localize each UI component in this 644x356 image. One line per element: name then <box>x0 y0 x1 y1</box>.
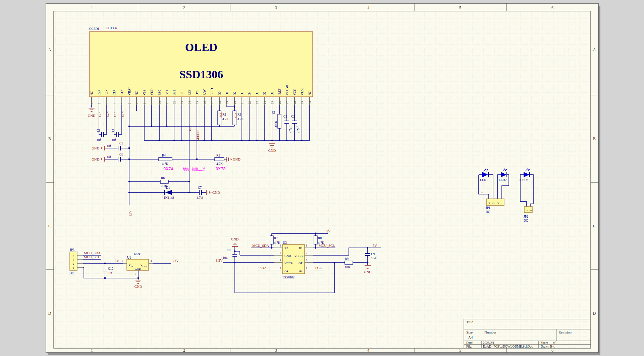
gnd-label-pin1[interactable]: GND <box>88 114 96 118</box>
gnd-label-ic1-top[interactable]: GND <box>231 237 239 241</box>
net-label-mcu-sda-jp3[interactable]: MCU_SDA <box>84 251 101 255</box>
jp1-ref[interactable]: JP1 <box>486 206 490 210</box>
r4-val[interactable]: 4.7K <box>162 162 168 166</box>
r6-ref[interactable]: R6 <box>161 176 165 180</box>
d1-ref[interactable]: D1 <box>166 186 170 189</box>
power-label-3v3-u1[interactable]: 3.3V <box>172 259 179 263</box>
r5-ref[interactable]: R5 <box>216 154 220 157</box>
net-label-sda[interactable]: SDA <box>234 112 237 118</box>
resistor-r7-body[interactable] <box>270 236 273 244</box>
c1-val[interactable]: 4.7uf <box>289 126 292 133</box>
net-label-r[interactable]: R <box>481 190 483 193</box>
oled-pin28-num: 28 <box>293 101 297 104</box>
gnd-label-c5[interactable]: GND <box>92 146 99 150</box>
oled-pin1-num: 1 <box>90 103 94 104</box>
c1-ref[interactable]: C1 <box>283 115 287 118</box>
net-label-c2n[interactable]: C2N <box>106 112 109 117</box>
c6-ref[interactable]: C6 <box>119 153 123 156</box>
led3-ref[interactable]: PLED3 <box>519 178 528 182</box>
c2-val[interactable]: 2.2uf <box>297 126 300 133</box>
jp2-ref[interactable]: JP2 <box>524 215 528 218</box>
d1-val[interactable]: 1N4148 <box>164 196 174 199</box>
net-label-scl-ic1[interactable]: SCL <box>315 266 322 270</box>
r3-val[interactable]: 4.7K <box>237 118 244 121</box>
power-label-5v-pullups[interactable]: 5V <box>326 229 331 233</box>
c3-ref[interactable]: C3 <box>97 129 100 132</box>
jp1-comment[interactable]: DC <box>486 210 490 214</box>
resistor-r6-body[interactable] <box>160 180 168 183</box>
net-label-scl[interactable]: SCL <box>219 112 222 118</box>
r1-ref[interactable]: R1 <box>272 111 275 114</box>
net-label-mcu-sda-ic1[interactable]: MCU_SDA <box>252 244 269 248</box>
ic1-comment[interactable]: TXS0102 <box>282 276 294 279</box>
r5-val[interactable]: 4.7K <box>216 162 223 166</box>
resistor-r8-body[interactable] <box>314 236 317 244</box>
net-label-adders[interactable]: ADDERS <box>196 130 200 141</box>
r7-ref[interactable]: R7 <box>274 236 278 240</box>
c7-ref[interactable]: C7 <box>198 186 202 189</box>
power-label-3v3-ic1[interactable]: 3.3V <box>216 259 223 262</box>
net-label-mcu-scl-jp3[interactable]: MCU_SCL <box>84 255 100 259</box>
net-label-sda-ic1[interactable]: SDA <box>260 266 267 270</box>
r9-val[interactable]: 10K <box>345 266 351 269</box>
r8-ref[interactable]: R8 <box>318 236 322 240</box>
c5-ref[interactable]: C5 <box>119 142 123 145</box>
jp3-comment[interactable]: DC <box>69 272 74 275</box>
jp2-comment[interactable]: DC <box>524 219 528 222</box>
ruler-col-1-top: 1 <box>91 5 93 10</box>
resistor-r4-body[interactable] <box>159 158 172 161</box>
component-oled1[interactable]: OLED1 SSD1306 OLED SSD1306 NC C2P C2N C1… <box>89 27 313 105</box>
r2-ref[interactable]: R2 <box>222 113 226 116</box>
oled-designator[interactable]: OLED1 <box>89 27 99 31</box>
net-label-one[interactable]: 1 <box>495 185 498 187</box>
c10-ref[interactable]: C10 <box>108 267 113 270</box>
led2-ref[interactable]: LED2 <box>499 178 506 182</box>
net-label-c1p[interactable]: C1P <box>113 112 117 117</box>
resistor-r5-body[interactable] <box>215 158 224 161</box>
c4-ref[interactable]: C4 <box>112 129 115 132</box>
jp3-pin3-num: 3 <box>73 258 74 261</box>
resistor-r1-body[interactable] <box>278 114 281 128</box>
jp1-body[interactable] <box>486 199 504 206</box>
led1-ref[interactable]: LED1 <box>480 178 488 182</box>
gnd-label-c7[interactable]: GND <box>212 191 220 194</box>
c8-val[interactable]: 104 <box>223 256 228 260</box>
r4-ref[interactable]: R4 <box>162 154 166 157</box>
jp2-pin1-num: 1 <box>529 210 532 211</box>
gnd-label-c6[interactable]: GND <box>92 158 99 161</box>
gnd-label-bus[interactable]: GND <box>268 149 276 152</box>
gnd-label-r5[interactable]: GND <box>233 158 240 161</box>
c4-val[interactable]: 1uf <box>112 138 116 142</box>
net-label-res[interactable]: RES <box>189 126 192 132</box>
c9-val[interactable]: 104 <box>371 257 376 260</box>
gnd-label-c9[interactable]: GND <box>364 270 372 274</box>
r1-val[interactable]: 300K <box>274 121 278 128</box>
resistor-r9-body[interactable] <box>345 261 353 264</box>
c9-ref[interactable]: C9 <box>371 253 375 256</box>
c2-ref[interactable]: C2 <box>291 115 295 118</box>
c10-val[interactable]: 1uf <box>108 271 113 275</box>
c8-ref[interactable]: C8 <box>227 249 230 252</box>
jp3-ref[interactable]: JP3 <box>70 248 74 252</box>
power-label-5v-right[interactable]: 5V <box>373 244 377 248</box>
r8-val[interactable]: 4.7K <box>318 241 324 244</box>
c3-val[interactable]: 1uf <box>97 138 101 142</box>
net-label-c1n[interactable]: C1N <box>121 112 124 117</box>
net-label-c2p[interactable]: C2P <box>98 112 102 117</box>
u1-ref[interactable]: U1 <box>127 256 131 259</box>
c5-val[interactable]: 1uf <box>107 144 111 148</box>
r2-val[interactable]: 4.7K <box>222 118 229 121</box>
c7-val[interactable]: 4.7uf <box>197 196 204 199</box>
ruler-col-1-bottom: 1 <box>91 348 93 353</box>
c6-val[interactable]: 1uf <box>107 155 111 159</box>
u1-comment[interactable]: 662k <box>134 253 141 256</box>
jp2-body[interactable] <box>524 207 532 213</box>
power-label-5v-jp3[interactable]: 5V <box>115 259 119 263</box>
r9-ref[interactable]: R9 <box>345 257 348 261</box>
oled-pin20-num: 20 <box>233 101 236 104</box>
gnd-label-u1[interactable]: GND <box>135 285 142 288</box>
power-label-3v3-vbat[interactable]: 3.3V <box>129 210 132 216</box>
oled-comment[interactable]: SSD1306 <box>105 27 117 30</box>
ic1-ref[interactable]: IC1 <box>283 241 288 244</box>
r3-ref[interactable]: R3 <box>237 113 241 116</box>
